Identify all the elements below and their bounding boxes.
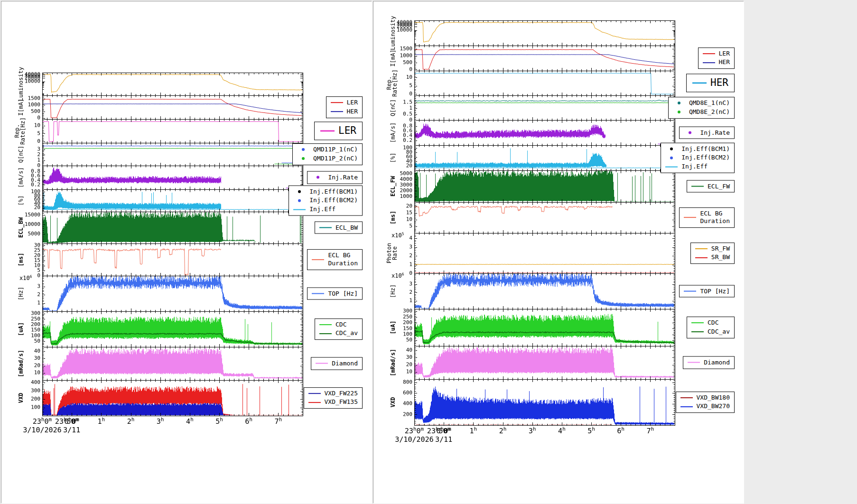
legend-entry: Inj.Eff(BCM1) (665, 144, 730, 153)
line-marker-icon (665, 166, 678, 167)
legend-entry-label: Inj.Rate (700, 129, 730, 137)
legend-reprate: LER (314, 121, 363, 140)
legend-entry-label: Inj.Eff(BCM1) (309, 187, 358, 196)
legend-top: TOP [Hz] (679, 285, 735, 298)
legend-entry-label: Inj.Eff (309, 205, 335, 214)
legend-entry-label: Inj.Rate (328, 174, 358, 182)
line-marker-icon (691, 186, 704, 187)
legend-vxd: VXD_FW225VXD_FW135 (304, 387, 363, 409)
legend-entry: CDC (691, 318, 730, 327)
legend-injrate: Inj.Rate (679, 126, 735, 139)
legend-entry-label: SR_FW (711, 245, 730, 253)
legend-entry: Inj.Rate (312, 173, 358, 182)
legend-entry-label: QMD8E_1(nC) (689, 99, 730, 107)
legend-current: LERHER (326, 96, 363, 118)
legend-charge: QMD8E_1(nC)QMD8E_2(nC) (668, 97, 735, 119)
legend-entry-label: HER (710, 76, 728, 89)
line-marker-icon (312, 293, 324, 294)
legend-entry: Inj.Eff(BCM1) (293, 187, 358, 196)
legend-entry: ECL_BW (319, 223, 358, 232)
legend-entry: LER (331, 98, 358, 107)
line-marker-icon (319, 324, 332, 325)
line-marker-icon (293, 209, 306, 210)
dot-marker-icon (665, 156, 678, 159)
legend-injrate: Inj.Rate (307, 171, 363, 184)
legend-entry-label: ECL BG Duration (700, 210, 730, 226)
legend-eclbg: ECL BG Duration (307, 249, 363, 270)
line-marker-icon (691, 331, 704, 332)
legend-entry: VXD_FW135 (308, 398, 358, 407)
legend-entry-label: LER (719, 50, 730, 58)
legend-entry: LER (320, 124, 356, 138)
line-marker-icon (684, 217, 696, 218)
legend-entry: QMD8E_2(nC) (673, 108, 730, 117)
legend-entry-label: ECL_FW (708, 182, 730, 190)
legend-entry: SR_FW (695, 244, 730, 253)
legend-entry: LER (703, 49, 730, 58)
line-marker-icon (319, 333, 332, 334)
legend-entry: Inj.Eff(BCM2) (665, 153, 730, 162)
legend-entry: Diamond (316, 359, 358, 368)
legend-diamond: Diamond (683, 356, 735, 369)
line-marker-icon (695, 248, 708, 249)
legend-entry: Inj.Eff (293, 205, 358, 214)
legend-entry-label: LER (338, 124, 356, 137)
dot-marker-icon (673, 111, 685, 113)
legend-eclbw: ECL_BW (315, 221, 363, 234)
legend-entry: QMD8E_1(nC) (673, 99, 730, 108)
legend-charge: QMD11P_1(nC)QMD11P_2(nC) (292, 143, 363, 165)
dot-marker-icon (297, 157, 309, 160)
legend-entry: CDC (319, 320, 358, 329)
legend-reprate: HER (686, 74, 735, 92)
dot-marker-icon (665, 148, 678, 150)
legend-entry-label: SR_BW (711, 254, 730, 262)
line-marker-icon (680, 406, 693, 407)
legend-entry: HER (331, 107, 358, 116)
legend-entry: VXD_BW270 (680, 402, 730, 411)
line-marker-icon (308, 402, 321, 403)
line-marker-icon (703, 53, 715, 54)
dot-marker-icon (684, 131, 696, 134)
legend-entry-label: Diamond (704, 359, 730, 367)
legend-photon: SR_FWSR_BW (690, 243, 735, 264)
legend-entry: Diamond (688, 358, 730, 367)
legend-entry: Inj.Eff(BCM2) (293, 196, 358, 205)
legend-entry-label: TOP [Hz] (700, 287, 730, 295)
legend-entry-label: ECL_BW (335, 224, 358, 232)
legend-entry-label: HER (347, 108, 358, 116)
line-marker-icon (312, 259, 324, 260)
legend-entry: Inj.Rate (684, 128, 730, 137)
legend-entry: VXD_FW225 (308, 389, 358, 398)
line-marker-icon (688, 362, 700, 363)
legend-entry: HER (692, 76, 728, 90)
background-monitor-screen: { "window": { "background": "#ececec", "… (0, 0, 857, 504)
legend-entry: HER (703, 58, 730, 67)
legend-entry-label: LER (347, 99, 358, 107)
legend-entry-label: CDC (708, 319, 718, 327)
dot-marker-icon (297, 149, 309, 151)
monitor-panel-her: LERHERHERQMD8E_1(nC)QMD8E_2(nC)Inj.RateI… (373, 1, 744, 503)
legend-entry-label: QMD11P_2(nC) (313, 155, 358, 163)
legend-entry: ECL BG Duration (684, 209, 730, 226)
line-marker-icon (316, 363, 328, 364)
legend-entry-label: Inj.Eff (681, 163, 708, 171)
legend-current: LERHER (698, 47, 735, 69)
dot-marker-icon (293, 190, 306, 193)
legend-entry-label: VXD_FW225 (325, 390, 358, 398)
line-marker-icon (331, 111, 343, 112)
legend-entry: QMD11P_1(nC) (297, 145, 358, 154)
legend-eclbg: ECL BG Duration (679, 207, 735, 228)
legend-entry: ECL_FW (691, 182, 730, 191)
line-marker-icon (684, 290, 696, 291)
legend-entry: QMD11P_2(nC) (297, 154, 358, 163)
legend-entry-label: Inj.Eff(BCM1) (681, 145, 730, 153)
legend-entry-label: HER (719, 59, 730, 67)
legend-entry-label: VXD_FW135 (325, 399, 358, 407)
line-marker-icon (695, 257, 708, 258)
legend-entry-label: QMD8E_2(nC) (689, 108, 730, 116)
line-marker-icon (319, 227, 332, 228)
legend-diamond: Diamond (311, 357, 363, 370)
legend-entry-label: CDC_av (335, 330, 358, 338)
legend-cdc: CDCCDC_av (315, 318, 363, 340)
legend-entry-label: QMD11P_1(nC) (313, 146, 358, 154)
